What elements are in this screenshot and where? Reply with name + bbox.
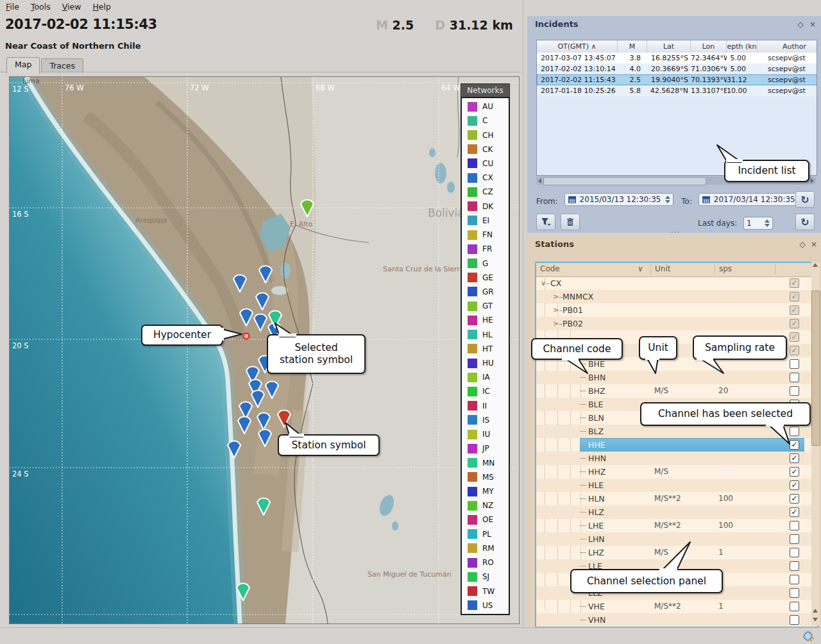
close-icon[interactable]: × xyxy=(808,19,818,30)
column-header-lon[interactable]: Lon xyxy=(691,40,727,53)
tree-row-HLN[interactable]: HLNM/S**2100✓ xyxy=(536,492,817,505)
incident-row[interactable]: 2017-02-02 11:15:432.519.9040°S70.1393°W… xyxy=(537,74,817,85)
tree-row-HHZ[interactable]: HHZM/S100✓ xyxy=(536,465,817,479)
tree-row-PB01[interactable]: >–PB01✓ xyxy=(536,303,817,317)
channel-checkbox[interactable]: ✓ xyxy=(790,453,799,463)
incident-row[interactable]: 2017-03-07 13:45:073.816.8255°S72.3464°W… xyxy=(537,53,817,64)
tree-row-VHE[interactable]: VHEM/S1/10 xyxy=(536,600,817,613)
filter-button[interactable] xyxy=(536,214,555,230)
incident-row[interactable]: 2017-02-02 13:10:144.020.3669°S71.0306°W… xyxy=(537,64,817,74)
network-code: DK xyxy=(482,202,493,211)
scroll-down-arrow[interactable] xyxy=(813,618,818,622)
dock-splitter-handle[interactable]: ··· xyxy=(668,232,682,235)
channel-checkbox[interactable] xyxy=(790,602,799,611)
cell-ot: 2017-02-02 11:15:43 xyxy=(537,74,618,85)
from-datetime-field[interactable]: 2015/03/13 12:30:35 xyxy=(564,193,674,206)
float-icon[interactable]: ◇ xyxy=(797,239,808,250)
last-days-spinner[interactable] xyxy=(765,219,770,227)
channel-checkbox[interactable]: ✓ xyxy=(790,480,799,490)
callout-pointer-shape xyxy=(222,329,242,339)
channel-checkbox[interactable]: ✓ xyxy=(790,507,799,517)
channel-checkbox[interactable]: ✓ xyxy=(790,494,799,504)
tab-map[interactable]: Map xyxy=(6,57,40,74)
column-header-unit[interactable]: Unit xyxy=(650,264,670,273)
tree-row-VHN[interactable]: VHNM/S1/10 xyxy=(536,613,817,627)
incident-row[interactable]: 2017-01-18 10:25:265.842.5628°N13.3107°E… xyxy=(537,85,817,96)
menu-item-help[interactable]: Help xyxy=(87,0,117,13)
menu-item-file[interactable]: File xyxy=(0,0,25,13)
hscroll-thumb[interactable] xyxy=(543,177,706,185)
channel-checkbox[interactable] xyxy=(790,575,799,584)
cell-lon: 13.3107°E xyxy=(691,85,727,96)
map-canvas[interactable]: 76 W72 W68 W64 W12 S16 S20 S24 S LimaAre… xyxy=(10,77,519,623)
to-value[interactable]: 2017/03/14 12:30:35 xyxy=(714,195,795,204)
column-header-lat[interactable]: Lat xyxy=(647,40,691,53)
tree-row-LHE[interactable]: LHEM/S1 xyxy=(536,519,817,532)
channel-checkbox[interactable]: ✓ xyxy=(790,305,799,315)
tree-row-HLZ[interactable]: HLZM/S**2100✓ xyxy=(536,505,817,519)
refresh-button-2[interactable]: ↻ xyxy=(795,214,815,230)
column-header-depth[interactable]: epth (kn xyxy=(727,40,758,53)
tab-bar: MapTraces xyxy=(6,57,85,72)
menu-item-tools[interactable]: Tools xyxy=(25,0,56,13)
channel-checkbox[interactable]: ✓ xyxy=(790,467,799,477)
cell-depth: 10.00 xyxy=(727,85,758,96)
channel-checkbox[interactable] xyxy=(790,359,799,369)
incident-table[interactable]: OT(GMT) ∧MLatLonepth (knAuthor2017-03-07… xyxy=(536,40,817,176)
callout-text: Selected xyxy=(294,342,337,354)
expander-collapsed-icon[interactable]: >– xyxy=(553,290,563,303)
column-header-sps[interactable]: sps xyxy=(715,264,732,273)
tree-row-HLE[interactable]: HLEM/S**2100✓ xyxy=(536,479,817,492)
stations-vscrollbar[interactable] xyxy=(811,262,820,625)
last-days-value[interactable]: 1 xyxy=(747,219,752,228)
scroll-up-arrow[interactable] xyxy=(813,263,818,267)
map-panel[interactable]: 76 W72 W68 W64 W12 S16 S20 S24 S LimaAre… xyxy=(9,76,520,624)
tree-row-PB02[interactable]: >–PB02✓ xyxy=(536,317,817,330)
column-header-author[interactable]: Author xyxy=(758,40,817,53)
channel-checkbox[interactable] xyxy=(790,615,799,625)
channel-checkbox[interactable]: ✓ xyxy=(790,292,799,301)
vscroll-thumb[interactable] xyxy=(811,291,820,446)
column-header-otgmt[interactable]: OT(GMT) ∧ xyxy=(537,40,618,53)
expander-expanded-icon[interactable]: ∨– xyxy=(541,276,550,290)
last-days-field[interactable]: 1 xyxy=(743,217,773,230)
tree-row-MNMCX[interactable]: >–MNMCX✓ xyxy=(536,290,817,303)
branch-dash xyxy=(580,485,586,486)
network-color-swatch xyxy=(468,116,477,126)
channel-checkbox[interactable] xyxy=(790,386,799,396)
tree-row-BHZ[interactable]: BHZM/S20 xyxy=(536,384,817,398)
expander-collapsed-icon[interactable]: >– xyxy=(553,317,563,330)
channel-checkbox[interactable]: ✓ xyxy=(790,346,799,355)
channel-checkbox[interactable]: ✓ xyxy=(790,278,799,288)
channel-checkbox[interactable] xyxy=(790,373,799,382)
from-spinner[interactable] xyxy=(665,196,670,203)
float-icon[interactable]: ◇ xyxy=(795,19,806,30)
channel-code: VHN xyxy=(588,613,818,627)
column-header-code[interactable]: Code xyxy=(540,264,560,273)
menu-item-view[interactable]: View xyxy=(56,0,87,13)
from-value[interactable]: 2015/03/13 12:30:35 xyxy=(580,195,661,204)
refresh-button[interactable]: ↻ xyxy=(795,191,815,208)
channel-checkbox[interactable]: ✓ xyxy=(790,332,799,342)
legend-item-SJ: SJ xyxy=(468,572,509,582)
network-color-swatch xyxy=(468,401,477,411)
clear-button[interactable] xyxy=(561,214,580,230)
tree-row-HHN[interactable]: HHNM/S100✓ xyxy=(536,452,817,465)
network-color-swatch xyxy=(468,144,477,154)
network-color-swatch xyxy=(468,158,477,168)
channel-checkbox[interactable] xyxy=(790,548,799,557)
scroll-up-arrow-2[interactable] xyxy=(813,609,818,613)
channel-checkbox[interactable] xyxy=(790,534,799,544)
channel-checkbox[interactable]: ✓ xyxy=(790,319,799,328)
to-datetime-field[interactable]: 2017/03/14 12:30:35 xyxy=(698,193,808,206)
tree-row-CX[interactable]: ∨–CX✓ xyxy=(536,276,817,290)
column-header-m[interactable]: M xyxy=(618,40,647,53)
network-code: C xyxy=(482,116,487,125)
close-icon[interactable]: × xyxy=(809,239,819,250)
lon-label: 76 W xyxy=(65,83,84,92)
networks-legend: Networks AUCCHCKCUCXCZDKEIFNFRGGEGRGTHEH… xyxy=(461,83,510,615)
expander-collapsed-icon[interactable]: >– xyxy=(553,303,563,317)
channel-checkbox[interactable] xyxy=(790,588,799,598)
channel-checkbox[interactable] xyxy=(790,521,799,530)
channel-checkbox[interactable] xyxy=(790,561,799,571)
